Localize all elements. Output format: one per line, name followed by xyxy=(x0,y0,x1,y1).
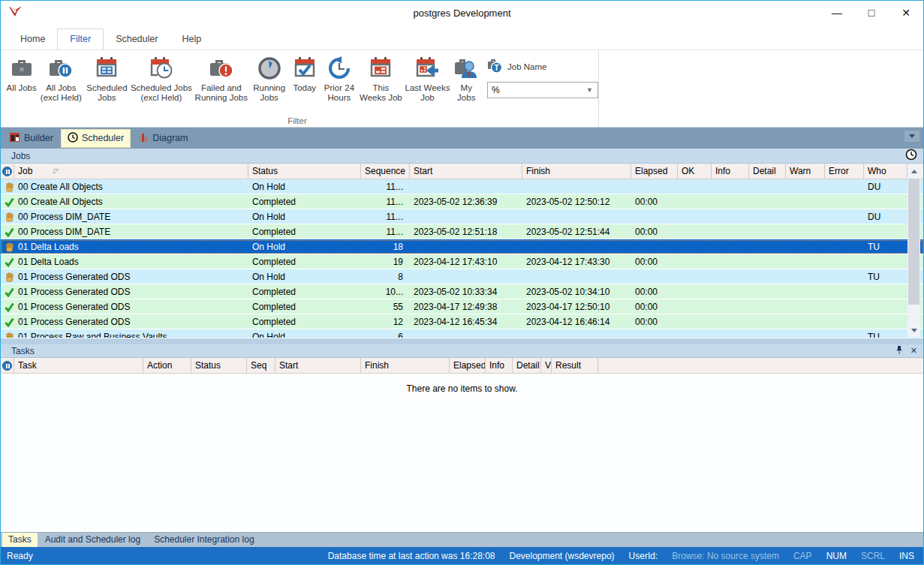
cell-job: 00 Process DIM_DATE xyxy=(14,224,248,239)
button-label: Failed and Running Jobs xyxy=(194,83,248,103)
tasks-column-v[interactable]: V xyxy=(541,358,552,373)
jobs-column-who[interactable]: Who xyxy=(864,164,907,179)
jobs-table-row[interactable]: 00 Create All ObjectsCompleted11...2023-… xyxy=(1,194,923,209)
jobs-table-row[interactable]: 00 Process DIM_DATECompleted11...2023-05… xyxy=(1,224,923,239)
jobs-clock-icon[interactable] xyxy=(905,149,917,163)
cell-warn xyxy=(786,299,825,314)
jobs-column-status[interactable]: Status xyxy=(248,164,361,179)
tasks-column-start[interactable]: Start xyxy=(275,358,361,373)
cell-finish: 2023-05-02 12:51:44 xyxy=(522,224,631,239)
jobs-column-finish[interactable]: Finish xyxy=(522,164,631,179)
ribbon-tab-home[interactable]: Home xyxy=(8,29,57,50)
jobs-header-status-icon[interactable] xyxy=(1,164,14,179)
status-ins: INS xyxy=(899,551,914,561)
svg-text:T: T xyxy=(494,64,498,72)
cell-finish: 2023-04-12 17:43:30 xyxy=(522,254,631,269)
jobs-column-elapsed[interactable]: Elapsed xyxy=(631,164,678,179)
today-button[interactable]: Today xyxy=(290,53,319,93)
tasks-header-status-icon[interactable] xyxy=(1,358,14,373)
jobs-column-sequence[interactable]: Sequence xyxy=(361,164,410,179)
job-name-combobox[interactable]: % ▼ xyxy=(487,82,598,98)
cell-sequence: 8 xyxy=(361,269,410,284)
tab-diagram[interactable]: Diagram xyxy=(132,130,194,147)
info-pause-icon xyxy=(2,361,12,371)
ribbon-tab-filter[interactable]: Filter xyxy=(57,29,104,50)
cell-start: 2023-04-17 12:49:38 xyxy=(410,299,522,314)
last-weeks-job-button[interactable]: Last Weeks Job xyxy=(405,53,451,103)
my-jobs-button[interactable]: My Jobs xyxy=(452,53,480,103)
jobs-column-job[interactable]: Job◸ xyxy=(14,164,248,179)
this-weeks-job-button[interactable]: This Weeks Job xyxy=(359,53,402,103)
cell-info xyxy=(712,239,749,254)
cell-job: 00 Create All Objects xyxy=(14,179,248,194)
tab-scheduler[interactable]: Scheduler xyxy=(61,129,131,148)
jobs-table-row[interactable]: 01 Delta LoadsCompleted192023-04-12 17:4… xyxy=(1,254,923,269)
scheduled-jobs-excl-held-button[interactable]: Scheduled Jobs (excl Held) xyxy=(131,53,193,103)
cell-start: 2023-05-02 10:33:34 xyxy=(410,284,522,299)
cell-who: TU xyxy=(864,269,907,284)
cell-elapsed: 00:00 xyxy=(631,314,678,329)
cell-elapsed xyxy=(631,179,678,194)
ribbon-tab-help[interactable]: Help xyxy=(170,29,213,50)
status-ready: Ready xyxy=(7,551,33,561)
scroll-up-icon[interactable] xyxy=(907,165,920,178)
cell-warn xyxy=(786,209,825,224)
tasks-column-detail[interactable]: Detail xyxy=(513,358,541,373)
jobs-table-row[interactable]: 01 Process Generated ODSCompleted552023-… xyxy=(1,299,923,314)
panel-splitter[interactable] xyxy=(1,338,923,344)
cell-error xyxy=(825,239,864,254)
bottom-tab-tasks[interactable]: Tasks xyxy=(2,533,38,547)
jobs-table-row[interactable]: 00 Process DIM_DATEOn Hold11...DU xyxy=(1,209,923,224)
cell-error xyxy=(825,284,864,299)
chevron-down-icon[interactable]: ▼ xyxy=(586,86,597,94)
all-jobs-excl-held-button[interactable]: All Jobs (excl Held) xyxy=(38,53,83,103)
pin-icon[interactable] xyxy=(895,345,903,357)
cell-who xyxy=(864,194,907,209)
scrollbar-thumb[interactable] xyxy=(908,179,919,305)
ribbon-tab-scheduler[interactable]: Scheduler xyxy=(104,29,170,50)
cell-error xyxy=(825,179,864,194)
jobs-table-row[interactable]: 01 Process Raw and Business VaultsOn Hol… xyxy=(1,329,923,338)
tasks-empty-message: There are no items to show. xyxy=(1,374,923,532)
running-jobs-button[interactable]: Running Jobs xyxy=(250,53,288,103)
scroll-down-icon[interactable] xyxy=(907,324,920,337)
tasks-column-seq[interactable]: Seq xyxy=(247,358,275,373)
tab-builder[interactable]: Builder xyxy=(4,130,59,147)
cell-finish: 2023-05-02 10:34:10 xyxy=(522,284,631,299)
cell-finish xyxy=(522,239,631,254)
on-hold-hand-icon xyxy=(1,269,14,284)
cell-elapsed xyxy=(631,239,678,254)
bottom-tab-integration-log[interactable]: Scheduler Integration log xyxy=(148,533,260,547)
tab-overflow-dropdown[interactable] xyxy=(904,131,919,142)
jobs-scrollbar[interactable] xyxy=(907,165,920,337)
jobs-column-ok[interactable]: OK xyxy=(678,164,712,179)
jobs-table-row[interactable]: 01 Process Generated ODSCompleted10...20… xyxy=(1,284,923,299)
tasks-column-status[interactable]: Status xyxy=(191,358,247,373)
tasks-column-result[interactable]: Result xyxy=(552,358,598,373)
jobs-column-info[interactable]: Info xyxy=(712,164,749,179)
jobs-column-start[interactable]: Start xyxy=(410,164,522,179)
tasks-column-info[interactable]: Info xyxy=(486,358,513,373)
bottom-tab-audit-log[interactable]: Audit and Scheduler log xyxy=(39,533,146,547)
cell-ok xyxy=(678,329,712,338)
tasks-column-finish[interactable]: Finish xyxy=(361,358,450,373)
cell-sequence: 11... xyxy=(361,194,410,209)
button-label: All Jobs xyxy=(7,83,37,93)
jobs-column-detail[interactable]: Detail xyxy=(749,164,786,179)
jobs-column-warn[interactable]: Warn xyxy=(786,164,825,179)
jobs-table-row[interactable]: 01 Delta LoadsOn Hold18TU xyxy=(1,239,923,254)
jobs-table-row[interactable]: 01 Process Generated ODSCompleted122023-… xyxy=(1,314,923,329)
tasks-column-elapsed[interactable]: Elapsed xyxy=(450,358,486,373)
tasks-column-action[interactable]: Action xyxy=(143,358,191,373)
jobs-table-row[interactable]: 00 Create All ObjectsOn Hold11...DU xyxy=(1,179,923,194)
close-panel-icon[interactable]: ✕ xyxy=(910,346,917,356)
jobs-column-error[interactable]: Error xyxy=(825,164,864,179)
failed-and-running-jobs-button[interactable]: Failed and Running Jobs xyxy=(194,53,248,103)
prior-24-hours-button[interactable]: Prior 24 Hours xyxy=(321,53,358,103)
scheduled-jobs-button[interactable]: Scheduled Jobs xyxy=(85,53,128,103)
on-hold-hand-icon xyxy=(1,239,14,254)
cell-job: 01 Process Generated ODS xyxy=(14,284,248,299)
all-jobs-button[interactable]: All Jobs xyxy=(6,53,37,93)
jobs-table-row[interactable]: 01 Process Generated ODSOn Hold8TU xyxy=(1,269,923,284)
tasks-column-task[interactable]: Task xyxy=(14,358,143,373)
